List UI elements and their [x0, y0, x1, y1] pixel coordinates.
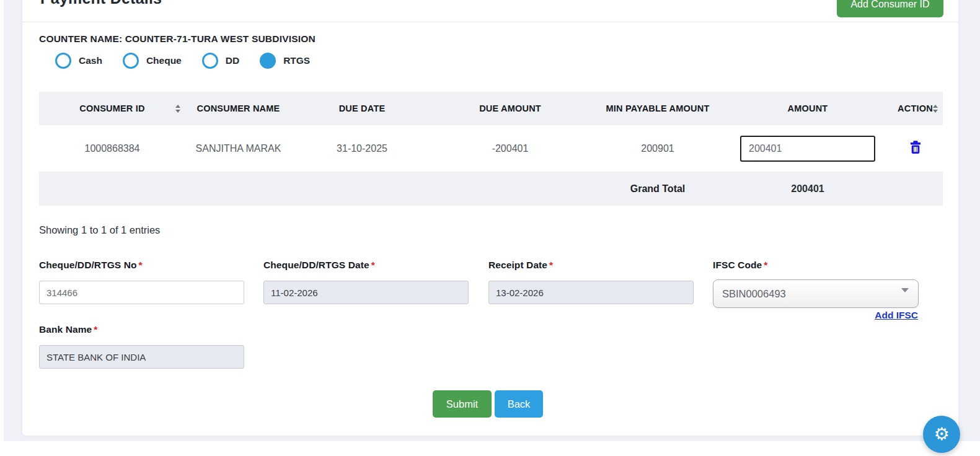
- cell-consumer-id: 1000868384: [39, 143, 185, 154]
- consumers-table: CONSUMER ID CONSUMER NAME DUE DATE DUE A…: [39, 92, 943, 206]
- column-header-min-payable-amount: MIN PAYABLE AMOUNT: [588, 92, 728, 125]
- amount-input[interactable]: [740, 136, 875, 162]
- trash-icon: [910, 141, 921, 154]
- cheque-no-label: Cheque/DD/RTGS No*: [39, 260, 244, 271]
- bank-name-input[interactable]: [39, 345, 244, 369]
- column-header-consumer-name-label: CONSUMER NAME: [197, 103, 280, 113]
- radio-cheque-circle[interactable]: [123, 53, 139, 69]
- radio-rtgs[interactable]: RTGS: [260, 53, 310, 69]
- bank-name-label-text: Bank Name: [39, 324, 92, 335]
- add-ifsc-link-wrap: Add IFSC: [713, 310, 918, 321]
- counter-name-value: COUNTER-71-TURA WEST SUBDIVISION: [125, 33, 316, 44]
- back-button[interactable]: Back: [495, 390, 543, 418]
- required-asterisk: *: [139, 260, 143, 270]
- column-header-due-date-label: DUE DATE: [339, 103, 386, 113]
- cheque-no-label-text: Cheque/DD/RTGS No: [39, 260, 137, 270]
- settings-fab-button[interactable]: ⚙: [923, 416, 960, 453]
- column-header-action-label: ACTION: [898, 103, 933, 113]
- cell-amount: [728, 136, 888, 162]
- cheque-date-label: Cheque/DD/RTGS Date*: [263, 260, 469, 271]
- bank-name-field: Bank Name*: [39, 324, 244, 369]
- column-header-due-amount: DUE AMOUNT: [433, 92, 588, 125]
- delete-row-button[interactable]: [910, 141, 921, 154]
- cell-min-payable-amount: 200901: [588, 143, 728, 154]
- chevron-down-icon: [901, 288, 909, 292]
- column-header-consumer-name: CONSUMER NAME: [185, 92, 291, 125]
- receipt-date-label-text: Receipt Date: [488, 260, 547, 270]
- grand-total-row: Grand Total 200401: [39, 172, 943, 206]
- cell-action: [888, 141, 943, 157]
- required-asterisk: *: [549, 260, 553, 270]
- showing-entries-text: Showing 1 to 1 of 1 entries: [39, 224, 160, 236]
- required-asterisk: *: [764, 260, 767, 270]
- sort-icon[interactable]: [175, 105, 180, 113]
- counter-name-line: COUNTER NAME: COUNTER-71-TURA WEST SUBDI…: [39, 33, 316, 45]
- gear-icon: ⚙: [934, 426, 949, 443]
- cell-due-date: 31-10-2025: [291, 143, 433, 154]
- receipt-date-label: Receipt Date*: [488, 260, 694, 271]
- cheque-date-field: Cheque/DD/RTGS Date*: [263, 260, 469, 304]
- cheque-date-input[interactable]: [263, 281, 469, 304]
- radio-rtgs-circle[interactable]: [260, 53, 276, 69]
- radio-dd[interactable]: DD: [202, 53, 239, 69]
- receipt-date-input[interactable]: [488, 281, 694, 304]
- table-row: 1000868384 SANJITHA MARAK 31-10-2025 -20…: [39, 125, 943, 172]
- sort-icon[interactable]: [933, 105, 938, 113]
- radio-dd-label: DD: [226, 55, 239, 66]
- radio-cheque[interactable]: Cheque: [123, 53, 182, 69]
- column-header-action[interactable]: ACTION: [888, 92, 943, 125]
- ifsc-code-select[interactable]: SBIN0006493: [713, 279, 919, 308]
- grand-total-label: Grand Total: [588, 183, 728, 195]
- page-title: Payment Details: [40, 0, 162, 9]
- ifsc-code-selected-value: SBIN0006493: [722, 288, 786, 300]
- grand-total-value: 200401: [728, 183, 888, 195]
- column-header-amount-label: AMOUNT: [788, 103, 828, 113]
- add-consumer-id-button[interactable]: Add Consumer ID: [837, 0, 943, 17]
- column-header-consumer-id-label: CONSUMER ID: [79, 103, 144, 113]
- column-header-consumer-id[interactable]: CONSUMER ID: [39, 92, 185, 125]
- radio-cheque-label: Cheque: [146, 55, 182, 66]
- required-asterisk: *: [371, 260, 375, 270]
- ifsc-code-label-text: IFSC Code: [713, 260, 762, 270]
- column-header-amount: AMOUNT: [728, 92, 888, 125]
- ifsc-code-field: IFSC Code* SBIN0006493: [713, 260, 918, 308]
- table-header-row: CONSUMER ID CONSUMER NAME DUE DATE DUE A…: [39, 92, 943, 125]
- required-asterisk: *: [94, 324, 97, 335]
- cell-consumer-name: SANJITHA MARAK: [185, 143, 291, 154]
- submit-button[interactable]: Submit: [433, 390, 492, 418]
- add-ifsc-link[interactable]: Add IFSC: [875, 310, 918, 320]
- ifsc-code-label: IFSC Code*: [713, 260, 918, 271]
- cheque-date-label-text: Cheque/DD/RTGS Date: [263, 260, 369, 270]
- receipt-date-field: Receipt Date*: [488, 260, 694, 304]
- cheque-no-input[interactable]: [39, 281, 244, 304]
- header-divider: [22, 22, 958, 22]
- radio-dd-circle[interactable]: [202, 53, 218, 69]
- column-header-due-date: DUE DATE: [291, 92, 433, 125]
- radio-rtgs-label: RTGS: [283, 55, 310, 66]
- cheque-no-field: Cheque/DD/RTGS No*: [39, 260, 244, 304]
- cell-due-amount: -200401: [433, 143, 588, 154]
- column-header-due-amount-label: DUE AMOUNT: [479, 103, 541, 113]
- radio-cash-circle[interactable]: [55, 53, 71, 69]
- column-header-min-payable-amount-label: MIN PAYABLE AMOUNT: [606, 103, 710, 113]
- bank-name-label: Bank Name*: [39, 324, 244, 335]
- payment-mode-radio-group: Cash Cheque DD RTGS: [55, 53, 310, 69]
- radio-cash-label: Cash: [79, 55, 102, 66]
- payment-page: Payment Details Add Consumer ID COUNTER …: [0, 0, 980, 456]
- counter-name-label: COUNTER NAME:: [39, 33, 122, 44]
- radio-cash[interactable]: Cash: [55, 53, 102, 69]
